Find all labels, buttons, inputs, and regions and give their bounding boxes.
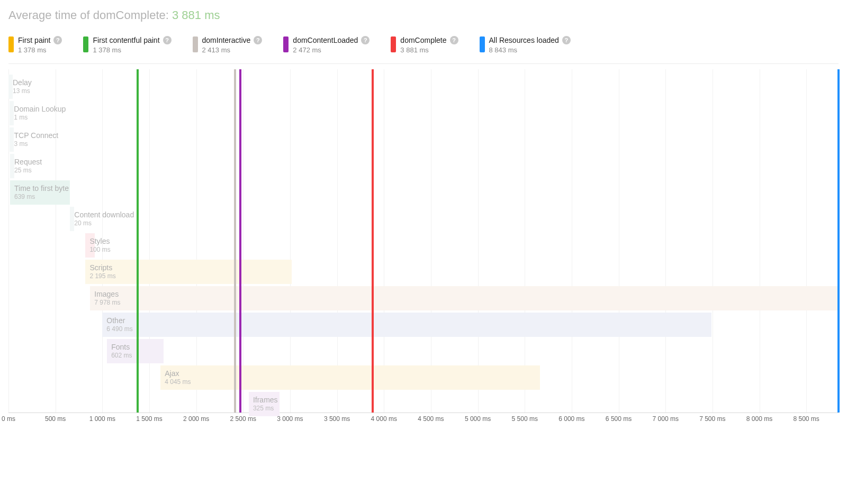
axis-tick: 1 000 ms — [89, 415, 115, 423]
legend-item: All Resources loaded?8 843 ms — [480, 36, 571, 54]
gridline — [665, 69, 666, 413]
waterfall-bar[interactable]: Ajax4 045 ms — [160, 365, 540, 390]
gridline — [572, 69, 572, 413]
axis-tick: 2 500 ms — [230, 415, 256, 423]
legend-time: 1 378 ms — [18, 46, 62, 54]
bar-name: Images — [94, 290, 839, 298]
help-icon[interactable]: ? — [53, 36, 62, 44]
bar-duration: 100 ms — [89, 246, 95, 253]
legend-swatch — [480, 36, 485, 52]
legend-swatch — [193, 36, 198, 52]
waterfall-bar[interactable]: Images7 978 ms — [90, 286, 839, 310]
legend-time: 2 413 ms — [202, 46, 263, 54]
marker-line — [234, 69, 236, 413]
waterfall-bar[interactable]: Other6 490 ms — [102, 313, 711, 337]
marker-line — [837, 69, 840, 413]
legend-label: domContentLoaded? — [293, 36, 370, 45]
bar-name: Time to first byte — [14, 185, 70, 193]
page-title: Average time of domComplete: 3 881 ms — [8, 8, 839, 22]
axis-tick: 2 000 ms — [183, 415, 209, 423]
legend-item: First contentful paint?1 378 ms — [83, 36, 171, 54]
help-icon[interactable]: ? — [163, 36, 172, 44]
marker-line — [137, 69, 139, 413]
legend-label: First contentful paint? — [93, 36, 171, 45]
help-icon[interactable]: ? — [562, 36, 571, 44]
gridline — [806, 69, 807, 413]
legend-item: First paint?1 378 ms — [8, 36, 62, 54]
waterfall-bar[interactable]: Content download20 ms — [70, 207, 74, 231]
axis-tick: 1 500 ms — [136, 415, 162, 423]
axis-tick: 3 500 ms — [324, 415, 350, 423]
legend-swatch — [8, 36, 14, 52]
legend-label: domInteractive? — [202, 36, 263, 45]
axis-tick: 500 ms — [45, 415, 66, 423]
legend-label: All Resources loaded? — [489, 36, 571, 45]
axis-tick: 7 500 ms — [699, 415, 725, 423]
waterfall-bar[interactable]: Iframes325 ms — [249, 392, 280, 416]
legend-time: 2 472 ms — [293, 46, 370, 54]
axis-tick: 6 000 ms — [558, 415, 584, 423]
axis-tick: 5 000 ms — [465, 415, 491, 423]
waterfall-bar[interactable]: TCP Connect3 ms — [10, 127, 14, 152]
legend-item: domInteractive?2 413 ms — [193, 36, 263, 54]
axis-tick: 6 500 ms — [606, 415, 632, 423]
legend-time: 8 843 ms — [489, 46, 571, 54]
gridline — [243, 69, 244, 413]
waterfall-bar[interactable]: Time to first byte639 ms — [10, 180, 70, 205]
waterfall-bar[interactable]: Fonts602 ms — [107, 339, 164, 363]
help-icon[interactable]: ? — [361, 36, 370, 44]
waterfall-bar[interactable]: Request25 ms — [10, 154, 14, 178]
gridline — [478, 69, 479, 413]
axis-tick: 4 500 ms — [418, 415, 444, 423]
bar-duration: 4 045 ms — [165, 379, 540, 386]
gridline — [8, 69, 9, 413]
bar-name: Other — [106, 317, 711, 325]
gridline — [56, 69, 56, 413]
title-value: 3 881 ms — [172, 8, 220, 22]
waterfall-bar[interactable]: Domain Lookup1 ms — [10, 101, 14, 125]
gridline — [196, 69, 197, 413]
gridline — [713, 69, 713, 413]
help-icon[interactable]: ? — [450, 36, 458, 44]
bar-name: Styles — [89, 237, 95, 245]
legend-time: 3 881 ms — [400, 46, 458, 54]
marker-line — [239, 69, 241, 413]
waterfall-bar[interactable]: Scripts2 195 ms — [85, 260, 291, 284]
gridline — [337, 69, 338, 413]
bar-duration: 6 490 ms — [106, 326, 711, 333]
axis-tick: 3 000 ms — [277, 415, 303, 423]
legend-item: domComplete?3 881 ms — [391, 36, 458, 54]
waterfall-chart: Delay13 msDomain Lookup1 msTCP Connect3 … — [8, 69, 839, 428]
axis-tick: 7 000 ms — [653, 415, 679, 423]
bar-name: Scripts — [89, 264, 291, 272]
gridline — [525, 69, 525, 413]
legend-swatch — [283, 36, 289, 52]
legend-swatch — [83, 36, 88, 52]
axis-tick: 8 500 ms — [793, 415, 819, 423]
axis-tick: 5 500 ms — [512, 415, 538, 423]
bar-duration: 2 195 ms — [89, 273, 291, 280]
marker-line — [372, 69, 374, 413]
gridline — [384, 69, 384, 413]
help-icon[interactable]: ? — [254, 36, 262, 44]
x-axis: 0 ms500 ms1 000 ms1 500 ms2 000 ms2 500 … — [8, 415, 839, 428]
bar-name: Iframes — [253, 396, 280, 404]
gridline — [431, 69, 431, 413]
title-prefix: Average time of domComplete: — [8, 8, 172, 22]
gridline — [290, 69, 291, 413]
waterfall-bar[interactable]: Styles100 ms — [85, 233, 95, 258]
gridline — [619, 69, 619, 413]
bar-duration: 639 ms — [14, 194, 70, 200]
axis-tick: 4 000 ms — [371, 415, 397, 423]
axis-tick: 0 ms — [2, 415, 15, 423]
legend-swatch — [391, 36, 396, 52]
legend-item: domContentLoaded?2 472 ms — [283, 36, 370, 54]
bar-name: Ajax — [165, 370, 540, 378]
legend-label: domComplete? — [400, 36, 458, 45]
bar-duration: 7 978 ms — [94, 299, 839, 306]
axis-tick: 8 000 ms — [746, 415, 772, 423]
bar-duration: 325 ms — [253, 405, 280, 412]
waterfall-bar[interactable]: Delay13 ms — [8, 75, 13, 99]
legend: First paint?1 378 msFirst contentful pai… — [8, 36, 839, 64]
legend-label: First paint? — [18, 36, 62, 45]
